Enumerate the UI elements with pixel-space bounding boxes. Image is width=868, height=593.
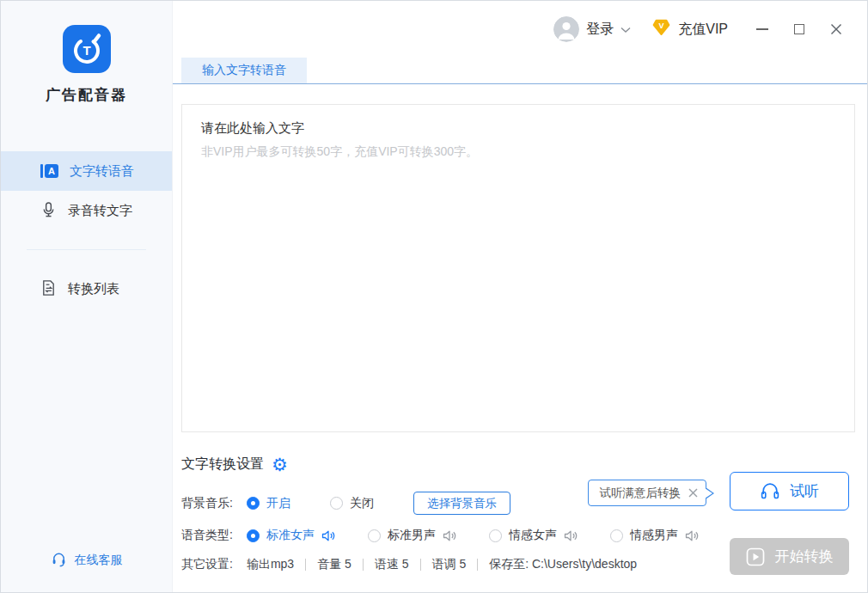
sidebar-item-text-to-speech[interactable]: 文字转语音 xyxy=(1,151,172,191)
sidebar-item-label: 录音转文字 xyxy=(68,203,132,219)
minimize-icon xyxy=(756,28,768,30)
minimize-button[interactable] xyxy=(755,22,769,36)
app-window: T 广告配音器 文字转语音 录音转文字 xyxy=(1,1,867,592)
speed-value: 语速 5 xyxy=(375,557,409,572)
headset-icon xyxy=(51,551,67,570)
divider xyxy=(420,559,421,571)
pitch-value: 语调 5 xyxy=(432,557,467,572)
speaker-icon[interactable] xyxy=(443,529,456,542)
voice-option-standard-male[interactable]: 标准男声 xyxy=(368,528,456,543)
radio-unselected-icon xyxy=(489,529,502,542)
divider xyxy=(363,559,364,571)
radio-unselected-icon xyxy=(330,497,343,510)
settings-header: 文字转换设置 ⚙ xyxy=(181,455,855,474)
titlebar: 登录 V 充值VIP xyxy=(173,1,867,58)
content: 请在此处输入文字 非VIP用户最多可转换50字，充值VIP可转换300字。 文字… xyxy=(173,84,867,592)
start-convert-button[interactable]: 开始转换 xyxy=(730,538,849,575)
vip-badge-icon: V xyxy=(651,18,671,40)
output-format-value: 输出mp3 xyxy=(247,557,294,572)
translate-icon xyxy=(40,164,58,178)
divider xyxy=(305,559,306,571)
voice-option-label: 情感男声 xyxy=(630,528,678,543)
window-controls xyxy=(755,22,843,36)
voice-option-emotional-female[interactable]: 情感女声 xyxy=(489,528,578,543)
svg-text:T: T xyxy=(83,43,90,58)
editor-placeholder-title: 请在此处输入文字 xyxy=(201,120,835,137)
tooltip-close-button[interactable] xyxy=(688,488,698,498)
radio-selected-icon xyxy=(247,529,260,542)
voice-option-label: 标准男声 xyxy=(388,528,436,543)
sidebar: T 广告配音器 文字转语音 录音转文字 xyxy=(1,1,173,592)
sidebar-nav: 文字转语音 录音转文字 xyxy=(1,151,172,309)
voice-option-label: 标准女声 xyxy=(266,528,315,543)
app-logo-icon: T xyxy=(63,25,111,73)
radio-selected-icon xyxy=(247,497,260,510)
login-button[interactable]: 登录 xyxy=(553,16,631,42)
app-title: 广告配音器 xyxy=(1,85,172,105)
speaker-icon[interactable] xyxy=(321,529,335,542)
gear-icon[interactable]: ⚙ xyxy=(272,455,288,474)
login-label: 登录 xyxy=(586,21,614,39)
voice-option-emotional-male[interactable]: 情感男声 xyxy=(610,528,699,543)
divider xyxy=(477,559,478,571)
editor-placeholder-hint: 非VIP用户最多可转换50字，充值VIP可转换300字。 xyxy=(201,144,835,160)
preview-label: 试听 xyxy=(790,481,819,501)
sidebar-item-speech-to-text[interactable]: 录音转文字 xyxy=(1,191,172,230)
main-area: 登录 V 充值VIP xyxy=(173,1,867,592)
radio-unselected-icon xyxy=(610,529,623,542)
online-support-link[interactable]: 在线客服 xyxy=(1,551,172,570)
tab-input-text-to-speech[interactable]: 输入文字转语音 xyxy=(181,58,307,83)
settings-title-label: 文字转换设置 xyxy=(181,455,264,474)
tab-bar: 输入文字转语音 xyxy=(173,58,867,84)
tooltip-text: 试听满意后转换 xyxy=(600,486,682,501)
close-icon xyxy=(688,488,698,498)
bgm-on-option[interactable]: 开启 xyxy=(247,496,290,511)
voice-label: 语音类型: xyxy=(181,528,233,543)
maximize-button[interactable] xyxy=(792,22,806,36)
avatar-icon xyxy=(553,16,579,42)
volume-value: 音量 5 xyxy=(317,557,351,572)
preview-hint-tooltip: 试听满意后转换 xyxy=(588,480,707,506)
bgm-off-label: 关闭 xyxy=(350,496,374,511)
close-icon xyxy=(830,23,842,35)
sidebar-item-label: 文字转语音 xyxy=(70,163,134,180)
convert-label: 开始转换 xyxy=(775,547,834,566)
other-settings-values: 输出mp3 音量 5 语速 5 语调 5 保存至: C:\Users\ty\de… xyxy=(247,557,637,572)
conversion-list-icon xyxy=(40,279,57,299)
speaker-icon[interactable] xyxy=(564,529,578,542)
microphone-icon xyxy=(40,201,57,221)
radio-unselected-icon xyxy=(368,529,381,542)
other-label: 其它设置: xyxy=(181,557,233,572)
choose-bgm-button[interactable]: 选择背景音乐 xyxy=(413,492,510,515)
preview-button[interactable]: 试听 xyxy=(730,472,849,510)
speaker-icon[interactable] xyxy=(685,529,699,542)
close-button[interactable] xyxy=(829,22,843,36)
text-input-area[interactable]: 请在此处输入文字 非VIP用户最多可转换50字，充值VIP可转换300字。 xyxy=(181,104,855,432)
voice-option-standard-female[interactable]: 标准女声 xyxy=(247,528,335,543)
headphones-icon xyxy=(760,482,780,500)
vip-label: 充值VIP xyxy=(678,21,728,39)
maximize-icon xyxy=(794,24,804,34)
voice-option-label: 情感女声 xyxy=(509,528,557,543)
bgm-off-option[interactable]: 关闭 xyxy=(330,496,374,511)
sidebar-item-label: 转换列表 xyxy=(68,281,119,297)
support-label: 在线客服 xyxy=(75,553,123,568)
recharge-vip-button[interactable]: V 充值VIP xyxy=(651,18,728,40)
sidebar-item-conversion-list[interactable]: 转换列表 xyxy=(1,269,172,309)
svg-text:V: V xyxy=(659,21,665,30)
sidebar-divider xyxy=(27,249,146,250)
bgm-on-label: 开启 xyxy=(266,496,290,511)
bgm-label: 背景音乐: xyxy=(181,496,233,511)
save-path-value: 保存至: C:\Users\ty\desktop xyxy=(489,557,637,572)
chevron-down-icon xyxy=(620,21,631,37)
play-icon xyxy=(746,547,765,566)
